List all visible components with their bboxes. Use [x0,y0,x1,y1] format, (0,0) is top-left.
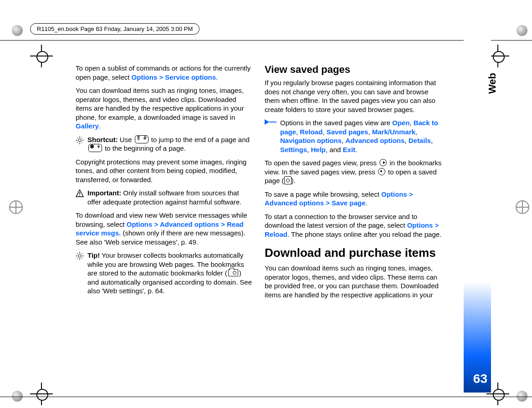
important-note: Important: Only install software from so… [76,189,253,206]
paragraph: You can download items such as ringing t… [265,264,442,299]
crop-mark [30,382,53,405]
paragraph: If you regularly browse pages containing… [265,78,442,114]
svg-line-20 [82,253,83,255]
joystick-right-icon [379,159,387,166]
tip-note: Tip! Your browser collects bookmarks aut… [76,251,253,296]
bookmarks-folder-icon [228,269,238,276]
options-note: Options in the saved pages view are Open… [265,118,442,154]
footer-rule [0,397,532,397]
page-content: To open a sublist of commands or actions… [76,64,442,304]
paragraph: To save a page while browsing, select Op… [265,190,442,208]
shortcut-text: Shortcut: Use to jump to the end of a pa… [87,135,253,153]
crop-mark [30,45,53,67]
option-link: Mark/Unmark [372,128,415,136]
star-key-icon [88,144,102,152]
option-link: Exit [343,146,356,153]
option-link: Help [311,146,326,153]
shortcut-icon [76,136,84,144]
svg-line-7 [77,142,78,143]
registration-mark [517,391,527,402]
option-link: Navigation options [280,137,342,144]
important-text: Important: Only install software from so… [87,189,253,206]
paragraph: To download and view new Web service mes… [76,211,253,246]
svg-point-0 [78,139,81,142]
option-link: Saved pages [327,128,368,136]
svg-line-6 [82,142,83,143]
option-link: Settings [280,146,307,153]
svg-rect-22 [269,122,276,122]
svg-line-8 [82,138,83,139]
option-link: Reload [300,128,322,136]
running-head: R1105_en.book Page 63 Friday, January 14… [30,23,200,35]
svg-line-17 [77,253,78,255]
registration-mark [12,391,23,402]
options-icon [265,119,276,128]
left-column: To open a sublist of commands or actions… [76,64,253,304]
option-link: Advanced options [345,137,404,144]
registration-mark [517,25,527,36]
page-number: 63 [473,372,487,386]
paragraph: You can download items such as ringing t… [76,86,253,131]
menu-path-link: Options > Service options [132,73,216,81]
svg-point-11 [79,195,80,196]
heading-view-saved-pages: View saved pages [265,64,442,76]
hash-key-icon [135,135,148,143]
saved-page-icon [284,176,292,184]
right-column: View saved pages If you regularly browse… [265,64,442,304]
svg-line-18 [82,258,83,259]
shortcut-note: Shortcut: Use to jump to the end of a pa… [76,135,253,153]
svg-marker-21 [265,119,269,125]
svg-point-12 [78,255,81,257]
app-link: Gallery [76,122,99,130]
paragraph: To open the saved pages view, press in t… [265,158,442,185]
paragraph: To open a sublist of commands or actions… [76,64,253,82]
joystick-press-icon [378,168,385,175]
section-label: Web [486,73,498,94]
tip-text: Tip! Your browser collects bookmarks aut… [87,251,253,296]
header-rule [0,40,532,41]
document-page: R1105_en.book Page 63 Friday, January 14… [0,0,532,408]
options-text: Options in the saved pages view are Open… [280,118,442,154]
paragraph: To start a connection to the browser ser… [265,212,442,239]
registration-mark [12,25,23,36]
tip-icon [76,252,84,260]
paragraph: Copyright protections may prevent some i… [76,158,253,184]
registration-circle [9,200,23,214]
registration-circle [516,200,529,214]
svg-line-19 [77,258,78,259]
running-head-text: R1105_en.book Page 63 Friday, January 14… [37,26,193,32]
option-link: Open [392,119,409,127]
option-link: Details [409,137,431,144]
svg-line-5 [77,138,78,139]
warning-icon [76,189,84,198]
heading-download-purchase: Download and purchase items [265,246,442,260]
